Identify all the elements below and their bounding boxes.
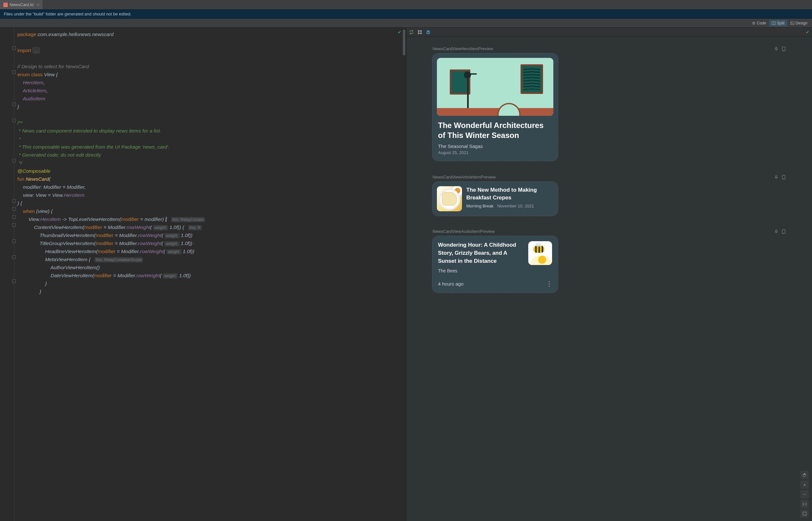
preview-label: NewsCardViewHeroItemPreview: [433, 46, 493, 51]
zoom-out-button[interactable]: −: [800, 490, 809, 498]
editor-tab-row: NewsCard.kt ×: [0, 0, 812, 10]
scrollbar-thumb[interactable]: [403, 29, 405, 55]
view-mode-toolbar: Code Split Design: [0, 19, 812, 28]
fold-toggle-icon[interactable]: −: [12, 199, 16, 203]
layout-icon[interactable]: [417, 29, 422, 35]
zoom-reset-button[interactable]: 1:1: [800, 500, 809, 508]
hero-author: The Seasonal Sagas: [438, 143, 552, 149]
article-card: The New Method to Making Breakfast Crepe…: [432, 182, 558, 216]
file-tab-newscard[interactable]: NewsCard.kt ×: [0, 0, 43, 9]
fold-toggle-icon[interactable]: −: [12, 223, 16, 227]
svg-rect-7: [420, 32, 422, 34]
preview-label: NewsCardViewArticleItemPreview: [433, 175, 496, 179]
pan-button[interactable]: [800, 471, 809, 479]
zoom-fit-button[interactable]: [800, 509, 809, 518]
svg-rect-14: [803, 512, 806, 515]
view-mode-split[interactable]: Split: [769, 20, 787, 26]
zoom-in-button[interactable]: +: [800, 480, 809, 489]
preview-label: NewsCardViewAudioItemPreview: [433, 229, 495, 234]
fit-icon: [803, 512, 807, 516]
generated-file-banner: Files under the "build" folder are gener…: [0, 10, 812, 19]
fold-toggle-icon[interactable]: −: [12, 46, 16, 50]
device-icon[interactable]: [782, 47, 786, 51]
svg-rect-2: [790, 22, 794, 24]
design-preview-pane: ✔ NewsCardViewHeroItemPreview: [406, 28, 812, 521]
folded-imports[interactable]: ...: [32, 47, 40, 53]
zoom-controls: + − 1:1: [800, 471, 809, 518]
banner-text: Files under the "build" folder are gener…: [4, 12, 132, 16]
fold-toggle-icon[interactable]: −: [12, 215, 16, 219]
kotlin-file-icon: [3, 3, 8, 7]
image-icon: [790, 21, 794, 25]
view-mode-code[interactable]: Code: [749, 20, 769, 26]
inspection-ok-icon[interactable]: ✔: [398, 29, 402, 35]
fold-toggle-icon[interactable]: −: [12, 159, 16, 162]
pin-icon[interactable]: [774, 47, 779, 51]
inspection-ok-icon[interactable]: ✔: [806, 29, 809, 35]
editor-gutter[interactable]: − − − − − − − − − − − −: [0, 28, 15, 521]
split-icon: [772, 21, 776, 25]
audio-card: Wondering Hour: A Childhood Story, Grizz…: [432, 236, 558, 293]
code-editor-pane: − − − − − − − − − − − − package com.exam…: [0, 28, 406, 521]
svg-point-11: [783, 178, 784, 179]
pin-icon[interactable]: [774, 175, 779, 179]
hand-icon: [802, 473, 807, 477]
more-icon[interactable]: ⋮: [546, 280, 552, 288]
article-author: Morning Break: [467, 204, 494, 208]
hero-headline: The Wonderful Architectures of This Wint…: [438, 120, 552, 140]
close-icon[interactable]: ×: [37, 3, 39, 7]
preview-article: NewsCardViewArticleItemPreview: [432, 175, 787, 216]
fold-toggle-icon[interactable]: −: [12, 70, 16, 74]
code-editor[interactable]: package com.example.hellonews.newscardim…: [15, 28, 406, 521]
design-toolbar: ✔: [406, 28, 812, 37]
refresh-icon[interactable]: [409, 29, 414, 35]
audio-author: The Bees: [438, 268, 524, 273]
article-headline: The New Method to Making Breakfast Crepe…: [467, 186, 553, 202]
audio-headline: Wondering Hour: A Childhood Story, Grizz…: [438, 241, 524, 265]
audio-thumbnail: [528, 241, 552, 265]
file-tab-label: NewsCard.kt: [10, 2, 33, 7]
hero-date: August 25, 2021: [438, 150, 552, 155]
device-icon[interactable]: [782, 175, 786, 179]
preview-hero: NewsCardViewHeroItemPreview: [432, 46, 787, 162]
audio-timestamp: 4 hours ago: [438, 281, 464, 287]
fold-toggle-icon[interactable]: −: [12, 207, 16, 211]
svg-rect-6: [418, 32, 420, 34]
fold-toggle-icon[interactable]: −: [12, 119, 16, 122]
article-date: November 10, 2021: [497, 204, 534, 208]
layers-icon[interactable]: [426, 29, 431, 35]
fold-toggle-icon[interactable]: −: [12, 279, 16, 283]
pin-icon[interactable]: [774, 229, 779, 234]
svg-rect-5: [420, 30, 422, 32]
hero-thumbnail: [437, 58, 553, 116]
view-mode-design-label: Design: [796, 21, 808, 25]
design-surface[interactable]: NewsCardViewHeroItemPreview: [406, 37, 812, 521]
svg-point-13: [783, 232, 784, 233]
list-icon: [752, 21, 756, 25]
device-icon[interactable]: [782, 229, 786, 234]
hero-card: The Wonderful Architectures of This Wint…: [432, 53, 558, 161]
preview-audio: NewsCardViewAudioItemPreview Wondering H…: [432, 229, 787, 294]
svg-point-9: [783, 50, 784, 50]
svg-point-3: [791, 22, 792, 23]
view-mode-split-label: Split: [777, 21, 784, 25]
view-mode-design[interactable]: Design: [788, 20, 810, 26]
editor-scrollbar[interactable]: [402, 28, 406, 521]
fold-toggle-icon[interactable]: −: [12, 103, 16, 106]
fold-toggle-icon[interactable]: −: [12, 239, 16, 243]
view-mode-code-label: Code: [757, 21, 766, 25]
fold-toggle-icon[interactable]: −: [12, 255, 16, 259]
svg-rect-4: [418, 30, 420, 32]
article-thumbnail: [437, 186, 462, 211]
